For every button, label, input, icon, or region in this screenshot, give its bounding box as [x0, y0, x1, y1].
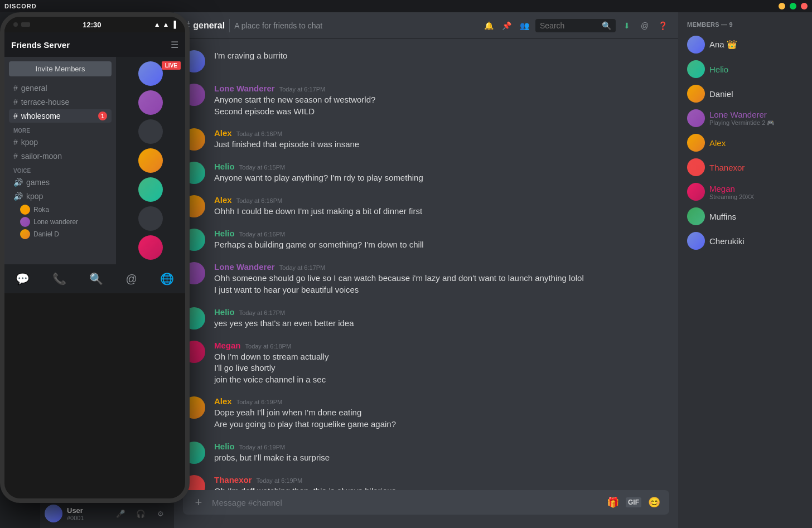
member-item-daniel[interactable]: Daniel	[683, 81, 808, 106]
member-item-megan[interactable]: Megan Streaming 20XX	[683, 180, 808, 204]
member-info: Lone Wanderer Playing Vermintide 2 🎮	[709, 110, 775, 127]
phone-voice-user-lone[interactable]: Lone wanderer	[9, 216, 112, 228]
pin-icon[interactable]: 📌	[500, 19, 513, 32]
nav-search-icon[interactable]: 🔍	[89, 272, 103, 285]
message-text: Ohh someone should go live so I can watc…	[214, 273, 669, 284]
avatar	[687, 158, 705, 176]
message-timestamp: Today at 6:17PM	[279, 86, 326, 93]
member-name: Muffins	[709, 212, 736, 221]
message-content: Megan Today at 6:18PM Oh I'm down to str…	[214, 341, 669, 386]
live-badge: LIVE	[162, 61, 181, 70]
message-author[interactable]: Alex	[214, 195, 232, 205]
message-author[interactable]: Megan	[214, 341, 241, 350]
header-actions: 🔔 📌 👥 🔍 ⬇ @ ❓	[482, 19, 669, 32]
emoji-icon[interactable]: 😊	[648, 496, 660, 508]
message-text: yes yes yes that's an even better idea	[214, 318, 669, 330]
message-author[interactable]: Alex	[214, 128, 232, 138]
phone-voice-kpop[interactable]: 🔊 kpop	[9, 190, 112, 203]
message-content: Helio Today at 6:15PM Anyone want to pla…	[214, 162, 669, 184]
avatar	[20, 205, 30, 215]
message-author[interactable]: Helio	[214, 162, 235, 171]
member-item-cherukiki[interactable]: Cherukiki	[683, 229, 808, 253]
members-icon[interactable]: 👥	[518, 19, 531, 32]
message-text: I'm craving a burrito	[214, 50, 669, 62]
nav-calls-icon[interactable]: 📞	[52, 272, 66, 285]
bell-icon[interactable]: 🔔	[482, 19, 495, 32]
message-item: Alex Today at 6:16PM Ohhh I could be dow…	[174, 193, 678, 220]
mute-button[interactable]: 🎤	[112, 505, 129, 522]
message-timestamp: Today at 6:19PM	[239, 444, 286, 451]
phone-channel-item-kpop[interactable]: # kpop	[9, 135, 112, 149]
message-author[interactable]: Helio	[214, 229, 235, 238]
message-input-area: + 🎁 GIF 😊	[174, 490, 678, 528]
member-name: Ana 👑	[709, 40, 737, 50]
message-text: Are you going to play that roguelike gam…	[214, 419, 669, 430]
phone-channel-name: terrace-house	[21, 98, 69, 106]
member-info: Megan Streaming 20XX	[709, 184, 754, 200]
phone-channel-item-wholesome[interactable]: # wholesome 1	[9, 109, 112, 123]
member-name: Lone Wanderer	[709, 110, 775, 119]
phone-time: 12:30	[83, 21, 101, 29]
member-info: Cherukiki	[709, 236, 745, 246]
phone-server-name: Friends Server	[11, 40, 171, 50]
user-status: #0001	[67, 515, 107, 521]
message-header: Lone Wanderer Today at 6:17PM	[214, 84, 669, 93]
nav-chat-icon[interactable]: 💬	[16, 272, 30, 285]
message-timestamp: Today at 6:19PM	[257, 477, 303, 484]
phone-voice-games[interactable]: 🔊 games	[9, 176, 112, 189]
message-timestamp: Today at 6:19PM	[236, 399, 283, 405]
message-text: Oh I'm down to stream actually	[214, 351, 669, 363]
message-author[interactable]: Helio	[214, 442, 235, 451]
add-file-button[interactable]: +	[192, 490, 205, 515]
member-item-thanexor[interactable]: Thanexor	[683, 155, 808, 180]
gif-icon[interactable]: GIF	[626, 497, 641, 507]
message-content: I'm craving a burrito	[214, 50, 669, 72]
message-author[interactable]: Lone Wanderer	[214, 84, 275, 93]
download-icon[interactable]: ⬇	[620, 19, 634, 32]
phone-overlay: 12:30 ▲ ▲ ▐ Friends Server ☰ Invite Memb…	[0, 12, 190, 503]
search-bar[interactable]: 🔍	[535, 19, 616, 32]
phone-category-voice: VOICE	[9, 163, 112, 175]
nav-profile-icon[interactable]: 🌐	[160, 272, 174, 285]
help-icon[interactable]: ❓	[656, 19, 669, 32]
nav-mentions-icon[interactable]: @	[126, 273, 137, 285]
member-item-alex[interactable]: Alex	[683, 130, 808, 155]
deafen-button[interactable]: 🎧	[132, 505, 149, 522]
member-item-muffins[interactable]: Muffins	[683, 204, 808, 229]
phone-voice-user-daniel[interactable]: Daniel D	[9, 228, 112, 240]
signal-icon: ▲	[163, 21, 170, 28]
message-item: Lone Wanderer Today at 6:17PM Anyone sta…	[174, 81, 678, 119]
mention-icon[interactable]: @	[638, 19, 651, 32]
maximize-button[interactable]	[790, 3, 796, 9]
search-input[interactable]	[540, 21, 597, 30]
member-item-lone-wanderer[interactable]: Lone Wanderer Playing Vermintide 2 🎮	[683, 106, 808, 130]
hamburger-icon[interactable]: ☰	[171, 40, 178, 50]
phone-channel-item-terrace[interactable]: # terrace-house	[9, 95, 112, 109]
settings-button[interactable]: ⚙	[152, 505, 170, 522]
message-timestamp: Today at 6:16PM	[239, 231, 286, 238]
message-timestamp: Today at 6:17PM	[239, 309, 286, 316]
message-input[interactable]	[212, 490, 600, 515]
minimize-button[interactable]	[779, 3, 785, 9]
member-item-helio[interactable]: Helio	[683, 57, 808, 81]
user-avatar	[45, 505, 62, 522]
message-author[interactable]: Alex	[214, 396, 232, 406]
phone-channel-item-general[interactable]: # general	[9, 81, 112, 95]
speaker-icon: 🔊	[13, 192, 23, 201]
gift-icon[interactable]: 🎁	[607, 496, 619, 508]
message-timestamp: Today at 6:16PM	[236, 130, 283, 137]
close-button[interactable]	[801, 3, 808, 9]
phone-invite-button[interactable]: Invite Members	[9, 61, 112, 76]
message-header: Thanexor Today at 6:19PM	[214, 475, 669, 485]
message-text: Ohhh I could be down I'm just making a b…	[214, 206, 669, 217]
message-author[interactable]: Lone Wanderer	[214, 262, 275, 272]
avatar	[687, 60, 705, 78]
phone-voice-user-roka[interactable]: Roka	[9, 204, 112, 216]
message-timestamp: Today at 6:17PM	[279, 264, 326, 271]
message-author[interactable]: Thanexor	[214, 475, 252, 485]
member-item-ana[interactable]: Ana 👑	[683, 32, 808, 57]
phone-channel-item-sailor[interactable]: # sailor-moon	[9, 149, 112, 163]
message-author[interactable]: Helio	[214, 307, 235, 317]
message-header: Helio Today at 6:17PM	[214, 307, 669, 317]
message-input-box: + 🎁 GIF 😊	[183, 490, 669, 515]
